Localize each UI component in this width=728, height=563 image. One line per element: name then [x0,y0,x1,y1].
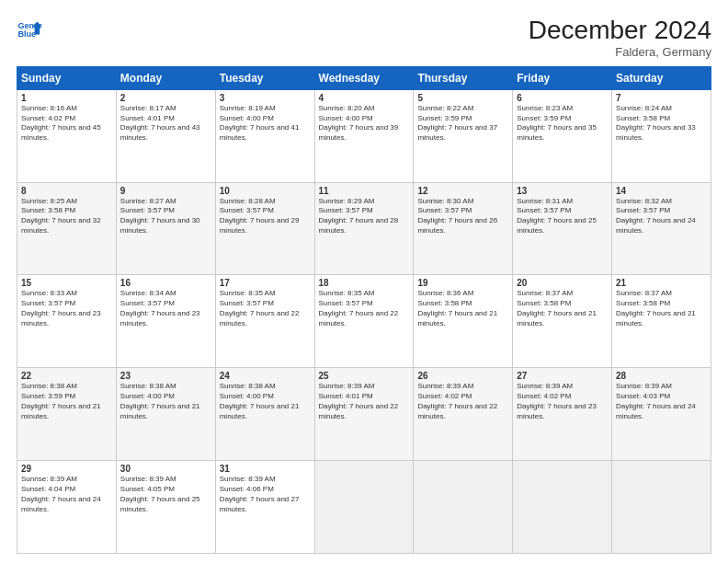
cell-content: Sunrise: 8:35 AM Sunset: 3:57 PM Dayligh… [220,289,311,328]
day-number: 7 [616,93,707,103]
day-number: 25 [319,371,410,381]
calendar-cell: 23Sunrise: 8:38 AM Sunset: 4:00 PM Dayli… [116,368,215,461]
cell-content: Sunrise: 8:37 AM Sunset: 3:58 PM Dayligh… [517,289,608,328]
calendar-week-2: 8Sunrise: 8:25 AM Sunset: 3:58 PM Daylig… [17,182,711,275]
cell-content: Sunrise: 8:39 AM Sunset: 4:04 PM Dayligh… [21,475,112,514]
calendar-cell: 31Sunrise: 8:39 AM Sunset: 4:06 PM Dayli… [215,461,314,554]
day-number: 27 [517,371,608,381]
cell-content: Sunrise: 8:38 AM Sunset: 3:59 PM Dayligh… [21,382,112,421]
calendar-cell: 24Sunrise: 8:38 AM Sunset: 4:00 PM Dayli… [215,368,314,461]
calendar-cell: 11Sunrise: 8:29 AM Sunset: 3:57 PM Dayli… [314,182,414,275]
calendar-cell: 15Sunrise: 8:33 AM Sunset: 3:57 PM Dayli… [17,275,117,368]
cell-content: Sunrise: 8:39 AM Sunset: 4:01 PM Dayligh… [319,382,410,421]
calendar-cell: 1Sunrise: 8:16 AM Sunset: 4:02 PM Daylig… [17,89,117,182]
day-number: 2 [120,93,211,103]
calendar-header-row: Sunday Monday Tuesday Wednesday Thursday… [17,66,711,89]
svg-text:Blue: Blue [17,29,36,39]
day-number: 16 [120,278,211,288]
main-title: December 2024 [529,17,711,45]
cell-content: Sunrise: 8:34 AM Sunset: 3:57 PM Dayligh… [120,289,211,328]
day-number: 14 [616,186,707,196]
cell-content: Sunrise: 8:39 AM Sunset: 4:03 PM Dayligh… [616,382,707,421]
cell-content: Sunrise: 8:37 AM Sunset: 3:58 PM Dayligh… [616,289,707,328]
day-number: 22 [21,371,112,381]
logo-icon: General Blue [17,17,42,42]
day-number: 8 [21,186,112,196]
calendar-cell [513,461,612,554]
day-number: 9 [120,186,211,196]
calendar-cell: 27Sunrise: 8:39 AM Sunset: 4:02 PM Dayli… [513,368,612,461]
calendar-cell: 7Sunrise: 8:24 AM Sunset: 3:58 PM Daylig… [612,89,711,182]
calendar-cell: 16Sunrise: 8:34 AM Sunset: 3:57 PM Dayli… [116,275,215,368]
day-number: 15 [21,278,112,288]
calendar-cell: 3Sunrise: 8:19 AM Sunset: 4:00 PM Daylig… [215,89,314,182]
cell-content: Sunrise: 8:24 AM Sunset: 3:58 PM Dayligh… [616,104,707,144]
day-number: 3 [220,93,311,103]
cell-content: Sunrise: 8:38 AM Sunset: 4:00 PM Dayligh… [220,382,311,421]
calendar-cell [314,461,414,554]
day-number: 10 [220,186,311,196]
cell-content: Sunrise: 8:17 AM Sunset: 4:01 PM Dayligh… [120,104,211,144]
calendar-cell: 22Sunrise: 8:38 AM Sunset: 3:59 PM Dayli… [17,368,117,461]
day-number: 24 [220,371,311,381]
cell-content: Sunrise: 8:32 AM Sunset: 3:57 PM Dayligh… [616,197,707,236]
calendar-cell: 4Sunrise: 8:20 AM Sunset: 4:00 PM Daylig… [314,89,414,182]
cell-content: Sunrise: 8:39 AM Sunset: 4:02 PM Dayligh… [517,382,608,421]
calendar-cell: 5Sunrise: 8:22 AM Sunset: 3:59 PM Daylig… [414,89,513,182]
calendar-week-4: 22Sunrise: 8:38 AM Sunset: 3:59 PM Dayli… [17,368,711,461]
cell-content: Sunrise: 8:20 AM Sunset: 4:00 PM Dayligh… [319,104,410,144]
calendar-cell: 18Sunrise: 8:35 AM Sunset: 3:57 PM Dayli… [314,275,414,368]
calendar-week-1: 1Sunrise: 8:16 AM Sunset: 4:02 PM Daylig… [17,89,711,182]
calendar-cell: 25Sunrise: 8:39 AM Sunset: 4:01 PM Dayli… [314,368,414,461]
day-number: 11 [319,186,410,196]
cell-content: Sunrise: 8:39 AM Sunset: 4:06 PM Dayligh… [220,475,311,514]
calendar-cell: 13Sunrise: 8:31 AM Sunset: 3:57 PM Dayli… [513,182,612,275]
cell-content: Sunrise: 8:30 AM Sunset: 3:57 PM Dayligh… [417,197,508,236]
calendar-cell: 10Sunrise: 8:28 AM Sunset: 3:57 PM Dayli… [215,182,314,275]
day-number: 1 [21,93,112,103]
cell-content: Sunrise: 8:29 AM Sunset: 3:57 PM Dayligh… [319,197,410,236]
page: General Blue December 2024 Faldera, Germ… [0,0,728,563]
logo: General Blue [17,17,42,42]
calendar-cell: 30Sunrise: 8:39 AM Sunset: 4:05 PM Dayli… [116,461,215,554]
col-monday: Monday [116,66,215,89]
cell-content: Sunrise: 8:28 AM Sunset: 3:57 PM Dayligh… [220,197,311,236]
day-number: 18 [319,278,410,288]
calendar-table: Sunday Monday Tuesday Wednesday Thursday… [17,66,711,554]
cell-content: Sunrise: 8:23 AM Sunset: 3:59 PM Dayligh… [517,104,608,144]
header: General Blue December 2024 Faldera, Germ… [17,17,711,59]
col-sunday: Sunday [17,66,117,89]
calendar-cell: 19Sunrise: 8:36 AM Sunset: 3:58 PM Dayli… [414,275,513,368]
day-number: 6 [517,93,608,103]
calendar-cell: 29Sunrise: 8:39 AM Sunset: 4:04 PM Dayli… [17,461,117,554]
calendar-cell: 2Sunrise: 8:17 AM Sunset: 4:01 PM Daylig… [116,89,215,182]
cell-content: Sunrise: 8:38 AM Sunset: 4:00 PM Dayligh… [120,382,211,421]
day-number: 4 [319,93,410,103]
cell-content: Sunrise: 8:33 AM Sunset: 3:57 PM Dayligh… [21,289,112,328]
calendar-week-3: 15Sunrise: 8:33 AM Sunset: 3:57 PM Dayli… [17,275,711,368]
day-number: 5 [417,93,508,103]
calendar-week-5: 29Sunrise: 8:39 AM Sunset: 4:04 PM Dayli… [17,461,711,554]
calendar-cell: 28Sunrise: 8:39 AM Sunset: 4:03 PM Dayli… [612,368,711,461]
cell-content: Sunrise: 8:36 AM Sunset: 3:58 PM Dayligh… [417,289,508,328]
day-number: 21 [616,278,707,288]
day-number: 26 [417,371,508,381]
day-number: 28 [616,371,707,381]
cell-content: Sunrise: 8:16 AM Sunset: 4:02 PM Dayligh… [21,104,112,144]
day-number: 20 [517,278,608,288]
day-number: 23 [120,371,211,381]
calendar-cell: 9Sunrise: 8:27 AM Sunset: 3:57 PM Daylig… [116,182,215,275]
col-friday: Friday [513,66,612,89]
subtitle: Faldera, Germany [529,45,711,59]
day-number: 17 [220,278,311,288]
day-number: 13 [517,186,608,196]
col-wednesday: Wednesday [314,66,414,89]
calendar-cell: 12Sunrise: 8:30 AM Sunset: 3:57 PM Dayli… [414,182,513,275]
day-number: 31 [220,464,311,474]
day-number: 19 [417,278,508,288]
calendar-cell: 8Sunrise: 8:25 AM Sunset: 3:58 PM Daylig… [17,182,117,275]
col-saturday: Saturday [612,66,711,89]
day-number: 12 [417,186,508,196]
col-tuesday: Tuesday [215,66,314,89]
day-number: 30 [120,464,211,474]
